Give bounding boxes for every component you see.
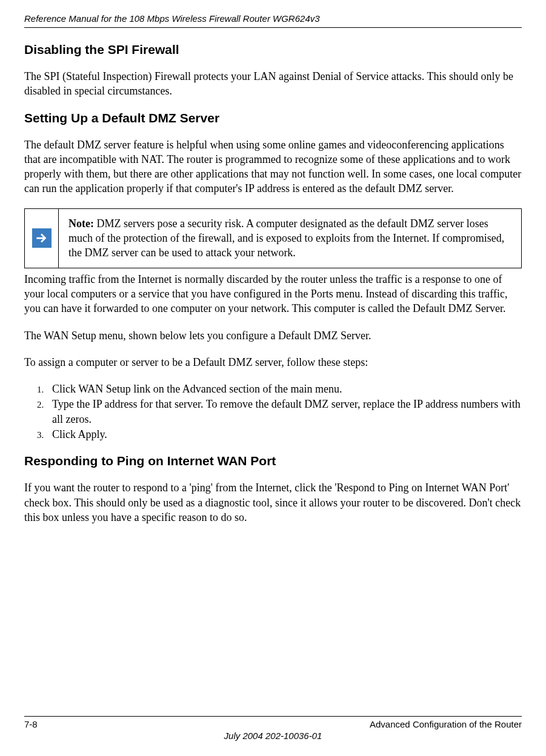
footer-date: July 2004 202-10036-01 (24, 731, 522, 741)
note-body: DMZ servers pose a security risk. A comp… (68, 217, 504, 259)
footer-page-number: 7-8 (24, 719, 38, 729)
para-spi-firewall: The SPI (Stateful Inspection) Firewall p… (24, 69, 522, 99)
para-ping: If you want the router to respond to a '… (24, 480, 522, 525)
header-title: Reference Manual for the 108 Mbps Wirele… (24, 13, 320, 24)
para-dmz-4: To assign a computer or server to be a D… (24, 355, 522, 370)
page-footer: 7-8 Advanced Configuration of the Router… (24, 716, 522, 741)
list-item: Click Apply. (46, 427, 522, 442)
para-dmz-1: The default DMZ server feature is helpfu… (24, 138, 522, 196)
para-dmz-3: The WAN Setup menu, shown below lets you… (24, 328, 522, 343)
footer-line: 7-8 Advanced Configuration of the Router (24, 716, 522, 729)
list-item: Type the IP address for that server. To … (46, 397, 522, 426)
page-header: Reference Manual for the 108 Mbps Wirele… (24, 13, 522, 28)
steps-list: Click WAN Setup link on the Advanced sec… (46, 382, 522, 442)
note-icon-cell (25, 209, 59, 268)
heading-dmz: Setting Up a Default DMZ Server (24, 111, 522, 125)
arrow-right-icon (32, 228, 52, 248)
heading-ping: Responding to Ping on Internet WAN Port (24, 454, 522, 468)
list-item: Click WAN Setup link on the Advanced sec… (46, 382, 522, 396)
footer-chapter: Advanced Configuration of the Router (370, 719, 522, 729)
heading-spi-firewall: Disabling the SPI Firewall (24, 42, 522, 57)
para-dmz-2: Incoming traffic from the Internet is no… (24, 272, 522, 316)
note-box: Note: DMZ servers pose a security risk. … (24, 208, 522, 268)
note-text: Note: DMZ servers pose a security risk. … (59, 209, 521, 268)
note-label: Note: (68, 217, 94, 230)
